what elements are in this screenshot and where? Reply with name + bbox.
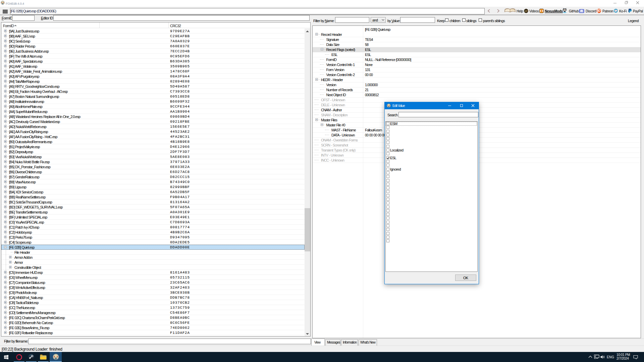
svg-text:GP: GP: [525, 10, 528, 12]
